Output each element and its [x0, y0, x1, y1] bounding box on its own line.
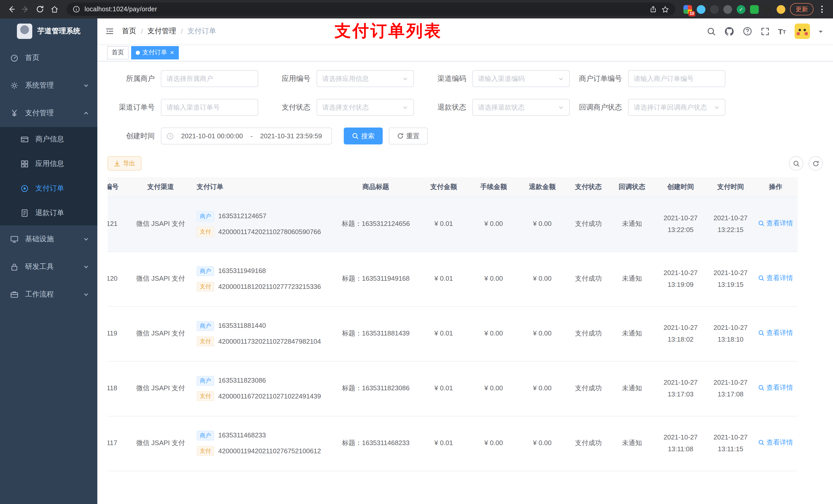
extension-dark-circle-icon[interactable] — [710, 5, 719, 14]
tab-home[interactable]: 首页 — [107, 46, 128, 59]
extension-check-icon[interactable] — [737, 5, 745, 14]
browser-home-icon[interactable] — [47, 2, 62, 16]
filter-row-1: 所属商户 请选择所属商户 应用编号 请选择应用信息 渠道编码 — [108, 70, 823, 87]
export-button[interactable]: 导出 — [108, 156, 141, 171]
table-row[interactable]: 120 微信 JSAPI 支付 商户 1635311949168 支 — [108, 251, 798, 306]
site-info-icon[interactable] — [73, 6, 80, 13]
github-icon[interactable] — [724, 26, 734, 36]
chevron-down-icon — [83, 82, 89, 89]
table-row[interactable]: 商户 1635311415736 支付 — [108, 471, 798, 490]
cell-pay-order: 商户 1635311881440 支付 42000011732021102728… — [188, 306, 334, 361]
hamburger-icon[interactable] — [105, 27, 114, 36]
url-text[interactable]: localhost:1024/pay/order — [85, 6, 645, 13]
breadcrumb-pay-management[interactable]: 支付管理 — [147, 27, 176, 36]
view-detail-link[interactable]: 查看详情 — [758, 382, 793, 393]
toggle-search-button[interactable] — [789, 156, 803, 171]
sidebar-item-app-info[interactable]: 应用信息 — [0, 152, 97, 176]
cell-pay-order: 商户 1635311415736 支付 — [188, 471, 334, 490]
bookmark-star-icon[interactable] — [661, 5, 669, 13]
sidebar-item-home[interactable]: 首页 — [0, 44, 97, 72]
table-row[interactable]: 119 微信 JSAPI 支付 商户 1635311881440 支 — [108, 306, 798, 361]
sidebar-item-system[interactable]: 系统管理 — [0, 72, 97, 99]
extension-chat-icon[interactable] — [750, 5, 759, 14]
table-toolbar: 导出 — [108, 156, 823, 171]
browser-forward-icon[interactable] — [19, 2, 33, 16]
extension-gray-circle-icon[interactable] — [723, 5, 732, 14]
channel-order-no-input[interactable]: 请输入渠道订单号 — [161, 99, 258, 116]
date-start-value[interactable]: 2021-10-01 00:00:00 — [177, 132, 247, 140]
tab-pay-order[interactable]: 支付订单 × — [131, 46, 178, 59]
reset-button[interactable]: 重置 — [389, 127, 428, 144]
merchant-input[interactable]: 请选择所属商户 — [161, 70, 258, 87]
app-title: 芋道管理系统 — [38, 27, 80, 36]
tab-close-icon[interactable]: × — [170, 49, 174, 56]
cell-create-time: 2021-10-27 13:18:02 — [654, 306, 708, 361]
cell-refund: ¥ 0.00 — [518, 361, 567, 416]
browser-menu-icon[interactable] — [818, 5, 826, 14]
breadcrumb-home[interactable]: 首页 — [122, 27, 136, 36]
view-detail-link[interactable]: 查看详情 — [758, 328, 793, 339]
view-detail-link[interactable]: 查看详情 — [758, 273, 793, 284]
sidebar-item-infrastructure[interactable]: 基础设施 — [0, 225, 97, 253]
pay-tag: 支付 — [197, 391, 214, 401]
filter-merchant-order-no: 商户订单编号 请输入商户订单编号 — [575, 70, 725, 87]
channel-code-select[interactable]: 请输入渠道编码 — [472, 70, 570, 87]
address-bar[interactable]: localhost:1024/pay/order — [67, 3, 675, 16]
view-detail-link[interactable]: 查看详情 — [758, 437, 793, 449]
sidebar-item-label: 支付订单 — [35, 184, 64, 193]
help-icon[interactable] — [743, 27, 752, 36]
view-detail-label: 查看详情 — [766, 273, 793, 284]
cell-actions — [754, 471, 798, 490]
cell-id: 120 — [108, 251, 134, 306]
refund-status-select[interactable]: 请选择退款状态 — [472, 99, 570, 116]
header-search-icon[interactable] — [707, 27, 715, 35]
chevron-down-icon — [402, 104, 408, 111]
cell-refund: ¥ 0.00 — [518, 306, 567, 361]
avatar-caret-icon[interactable] — [819, 31, 823, 35]
fullscreen-icon[interactable] — [761, 27, 769, 35]
refresh-table-button[interactable] — [808, 156, 823, 171]
filter-label: 商户订单编号 — [575, 74, 628, 83]
app-id-select[interactable]: 请选择应用信息 — [317, 70, 414, 87]
extension-profile-icon[interactable] — [777, 5, 785, 14]
table-row[interactable]: 118 微信 JSAPI 支付 商户 1635311823086 支 — [108, 361, 798, 416]
cell-id: 117 — [108, 416, 134, 471]
table-row[interactable]: 117 微信 JSAPI 支付 商户 1635311468233 支 — [108, 416, 798, 471]
extension-pin-icon[interactable] — [763, 5, 772, 14]
cell-amount — [418, 471, 469, 490]
extension-puzzle-icon[interactable]: 10 — [684, 5, 692, 14]
active-tab-dot — [136, 50, 140, 54]
view-detail-link[interactable]: 查看详情 — [758, 218, 793, 229]
sidebar-item-label: 支付管理 — [25, 109, 54, 118]
table-row[interactable]: 121 微信 JSAPI 支付 商户 1635312124657 支 — [108, 197, 798, 251]
cell-title: 标题：1635311468233 — [334, 416, 418, 471]
app-logo[interactable]: 芋道管理系统 — [0, 19, 97, 44]
share-icon[interactable] — [649, 6, 657, 13]
lock-icon — [10, 263, 19, 271]
extension-drop-icon[interactable] — [697, 5, 706, 14]
cell-actions: 查看详情 — [754, 416, 798, 471]
view-detail-label: 查看详情 — [766, 328, 793, 339]
user-avatar[interactable] — [794, 24, 810, 39]
font-size-icon[interactable]: TT — [778, 27, 786, 35]
browser-update-button[interactable]: 更新 — [790, 3, 813, 15]
sidebar-item-label: 商户信息 — [35, 135, 64, 144]
merchant-order-no-input[interactable]: 请输入商户订单编号 — [628, 70, 725, 87]
sidebar-item-dev-tools[interactable]: 研发工具 — [0, 253, 97, 281]
search-button[interactable]: 搜索 — [344, 127, 383, 144]
date-range-input[interactable]: 2021-10-01 00:00:00 - 2021-10-31 23:59:5… — [161, 127, 332, 144]
sidebar-item-refund-order[interactable]: 退款订单 — [0, 201, 97, 225]
callback-status-select[interactable]: 请选择订单回调商户状态 — [628, 99, 725, 116]
sidebar-item-merchant-info[interactable]: 商户信息 — [0, 127, 97, 152]
sidebar-item-pay-order[interactable]: 支付订单 — [0, 176, 97, 201]
app-root: localhost:1024/pay/order 10 更新 — [0, 0, 833, 504]
date-end-value[interactable]: 2021-10-31 23:59:59 — [256, 132, 326, 140]
pay-status-select[interactable]: 请选择支付状态 — [317, 99, 414, 116]
browser-back-icon[interactable] — [4, 2, 19, 16]
sidebar-item-pay[interactable]: 支付管理 — [0, 99, 97, 127]
pay-order-no: 4200001167202110271022491439 — [218, 390, 321, 402]
browser-refresh-icon[interactable] — [33, 2, 47, 16]
pay-order-line: 支付 4200001194202110276752100612 — [197, 446, 334, 457]
sidebar-item-workflow[interactable]: 工作流程 — [0, 281, 97, 308]
merchant-tag: 商户 — [197, 431, 214, 440]
